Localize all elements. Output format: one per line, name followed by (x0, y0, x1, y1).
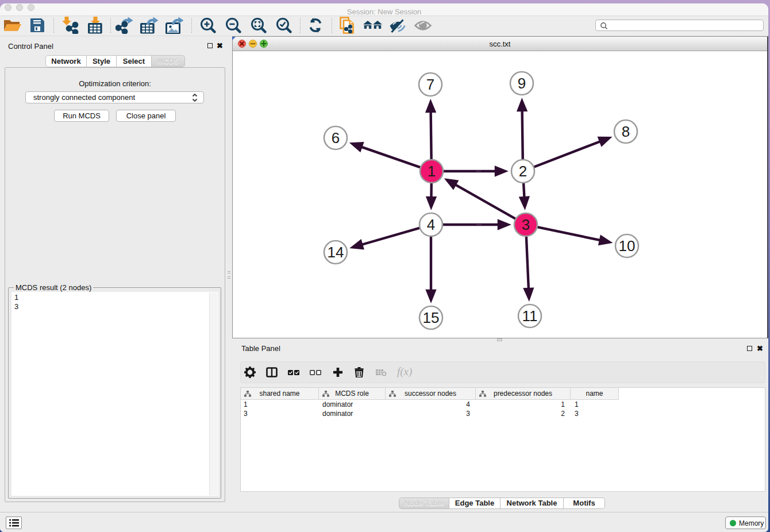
svg-text:11: 11 (522, 307, 538, 325)
svg-text:9: 9 (518, 75, 526, 92)
svg-text:2: 2 (519, 163, 527, 180)
svg-text:3: 3 (522, 216, 530, 233)
svg-text:8: 8 (622, 123, 630, 140)
svg-text:7: 7 (426, 76, 434, 93)
svg-text:1: 1 (428, 163, 436, 180)
svg-text:15: 15 (423, 309, 440, 326)
svg-text:14: 14 (328, 244, 344, 261)
svg-text:6: 6 (332, 129, 340, 147)
svg-text:10: 10 (619, 237, 636, 255)
svg-text:4: 4 (427, 216, 435, 233)
